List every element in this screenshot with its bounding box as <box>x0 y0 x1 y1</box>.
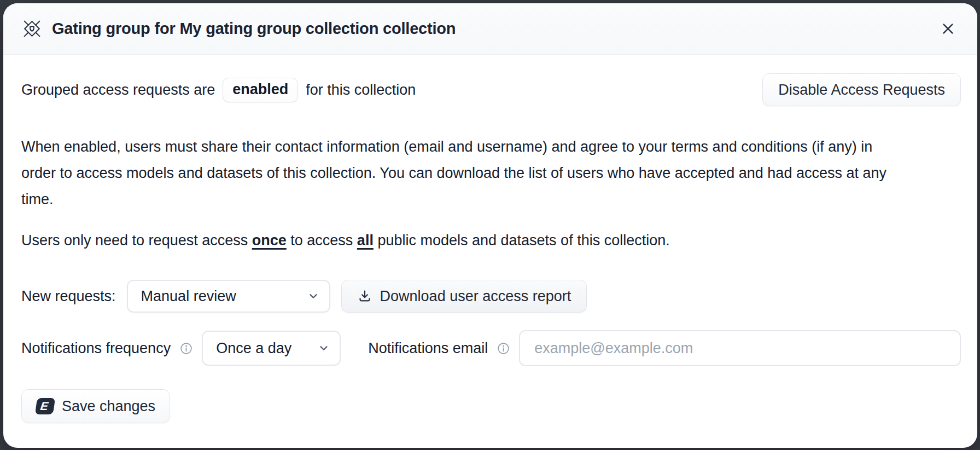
download-icon <box>357 289 372 304</box>
close-icon <box>941 21 955 36</box>
new-requests-select[interactable]: Manual review <box>127 280 330 313</box>
note-prefix: Users only need to request access <box>21 232 248 249</box>
modal-title: Gating group for My gating group collect… <box>52 20 456 38</box>
status-badge: enabled <box>223 78 298 102</box>
chevron-down-icon <box>318 342 330 354</box>
download-button-label: Download user access report <box>380 288 571 305</box>
notifications-email-input[interactable] <box>519 330 961 366</box>
gating-icon <box>22 19 42 39</box>
enterprise-icon: E <box>35 398 55 414</box>
status-text-suffix: for this collection <box>306 82 416 99</box>
notifications-frequency-value: Once a day <box>216 340 291 357</box>
modal-header: Gating group for My gating group collect… <box>3 3 977 55</box>
notifications-email-label: Notifications email <box>368 340 488 357</box>
gating-group-modal: Gating group for My gating group collect… <box>3 3 977 448</box>
note-line: Users only need to request access once t… <box>21 232 961 249</box>
notifications-frequency-select[interactable]: Once a day <box>202 331 341 366</box>
info-icon[interactable] <box>179 342 193 355</box>
note-mid: to access <box>290 232 353 249</box>
modal-body: Grouped access requests are enabled for … <box>3 55 977 448</box>
footer-row: E Save changes <box>21 389 961 423</box>
description-paragraph: When enabled, users must share their con… <box>21 134 907 212</box>
new-requests-select-value: Manual review <box>141 288 236 305</box>
notifications-row: Notifications frequency Once a day Notif… <box>21 330 961 366</box>
note-once: once <box>252 232 287 249</box>
new-requests-label: New requests: <box>21 288 116 305</box>
note-suffix: public models and datasets of this colle… <box>377 232 669 249</box>
notifications-frequency-label: Notifications frequency <box>21 340 171 357</box>
save-changes-label: Save changes <box>62 398 155 415</box>
disable-access-requests-button[interactable]: Disable Access Requests <box>762 73 961 106</box>
info-icon[interactable] <box>497 342 510 355</box>
chevron-down-icon <box>307 290 319 302</box>
note-all: all <box>357 232 374 249</box>
status-text-prefix: Grouped access requests are <box>21 82 215 99</box>
save-changes-button[interactable]: E Save changes <box>21 389 170 423</box>
new-requests-row: New requests: Manual review Download use… <box>21 280 961 313</box>
close-button[interactable] <box>937 18 959 39</box>
status-row: Grouped access requests are enabled for … <box>21 73 961 106</box>
download-user-access-report-button[interactable]: Download user access report <box>341 280 587 313</box>
